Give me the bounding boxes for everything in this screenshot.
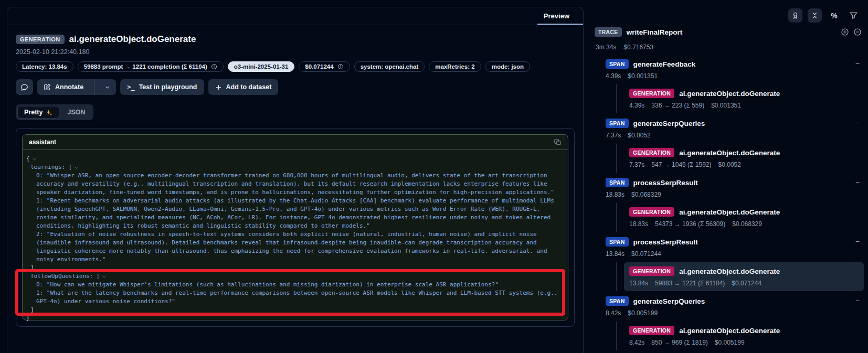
minus-icon[interactable]: −: [855, 238, 860, 244]
span-type-badge: SPAN: [606, 178, 629, 187]
trace-cost: $0.716753: [623, 44, 653, 51]
test-in-playground-button[interactable]: >_ Test in playground: [120, 79, 204, 95]
span-tree-item[interactable]: SPANgenerateSerpQueries−: [606, 350, 868, 353]
generation-row[interactable]: GENERATIONai.generateObject.doGenerate: [629, 326, 859, 335]
generation-duration: 7.37s: [629, 161, 644, 168]
collapse-all-icon[interactable]: [853, 28, 862, 36]
generation-name: ai.generateObject.doGenerate: [679, 149, 780, 157]
span-tree-item[interactable]: SPANgenerateSerpQueries−7.37s$0.0052GENE…: [606, 113, 868, 173]
span-stats: 7.37s$0.0052: [606, 132, 868, 139]
span-row[interactable]: SPANprocessSerpResult: [606, 237, 868, 247]
scores-toggle-button[interactable]: [788, 8, 802, 23]
show-metrics-button[interactable]: %: [827, 8, 841, 23]
json-output-content: {learnings: [0: "Whisper ASR, an open-so…: [23, 150, 568, 328]
span-stats: 4.39s$0.001351: [606, 72, 868, 80]
generation-row[interactable]: GENERATIONai.generateObject.doGenerate: [629, 207, 859, 217]
expand-all-icon[interactable]: [841, 28, 849, 36]
metadata-pill[interactable]: 59883 prompt → 1221 completion (Σ 61104): [78, 61, 224, 72]
plus-icon: [215, 84, 222, 91]
generation-type-badge: GENERATION: [629, 207, 674, 217]
code-line: 0: "How can we mitigate Whisper's limita…: [26, 281, 560, 289]
minus-icon[interactable]: −: [855, 60, 860, 67]
generation-tree-item[interactable]: GENERATIONai.generateObject.doGenerate18…: [624, 203, 864, 232]
generation-tree-item[interactable]: GENERATIONai.generateObject.doGenerate4.…: [624, 84, 864, 113]
generation-cost: $0.071244: [732, 280, 761, 287]
metadata-pill[interactable]: $0.071244: [299, 61, 350, 72]
generation-duration: 4.39s: [629, 102, 644, 109]
generation-row[interactable]: GENERATIONai.generateObject.doGenerate: [629, 266, 859, 276]
span-cost: $0.071244: [631, 250, 661, 258]
span-row[interactable]: SPANgenerateSerpQueries: [606, 119, 868, 128]
filter-button[interactable]: [846, 8, 861, 23]
minus-icon[interactable]: −: [855, 120, 860, 126]
generation-row[interactable]: GENERATIONai.generateObject.doGenerate: [629, 148, 859, 157]
code-line: }: [26, 314, 560, 323]
span-duration: 8.42s: [606, 309, 621, 317]
span-name: processSerpResult: [633, 238, 698, 246]
tab-pretty[interactable]: Pretty: [17, 106, 59, 119]
span-duration: 7.37s: [606, 132, 621, 139]
page-title: ai.generateObject.doGenerate: [69, 34, 196, 45]
collapse-chevron-icon[interactable]: [33, 157, 36, 161]
generation-cost: $0.001351: [711, 102, 741, 109]
observation-timestamp: 2025-02-10 21:22:40.180: [16, 48, 575, 56]
span-tree-item[interactable]: SPANprocessSerpResult−18.83s$0.068329GEN…: [606, 173, 868, 232]
tab-preview[interactable]: Preview: [532, 7, 583, 25]
minus-icon[interactable]: −: [855, 297, 860, 304]
generation-duration: 13.84s: [629, 280, 648, 287]
pill-label: system: openai.chat: [361, 63, 419, 70]
trace-name: writeFinalReport: [627, 28, 683, 36]
copy-icon[interactable]: [554, 138, 562, 146]
generation-tokens: 336 → 223 (Σ 559): [651, 102, 704, 109]
span-tree-item[interactable]: SPANgenerateFeedback−4.39s$0.001351GENER…: [606, 54, 868, 113]
add-to-dataset-button[interactable]: Add to dataset: [208, 79, 279, 95]
info-icon[interactable]: [337, 63, 344, 70]
info-icon[interactable]: [211, 63, 217, 70]
annotate-dropdown-button[interactable]: [99, 79, 116, 95]
generation-duration: 8.42s: [629, 339, 644, 346]
span-row[interactable]: SPANgenerateSerpQueries: [606, 296, 868, 306]
tab-json[interactable]: JSON: [60, 106, 92, 119]
panel-tab-row: Preview: [7, 7, 583, 25]
pill-label: Latency: 13.84s: [22, 63, 67, 70]
pill-label: o3-mini-2025-01-31: [234, 63, 289, 70]
generation-tree-item[interactable]: GENERATIONai.generateObject.doGenerate8.…: [624, 322, 864, 350]
collapse-chevron-icon[interactable]: [75, 165, 78, 169]
json-label: JSON: [67, 109, 85, 116]
span-row[interactable]: SPANgenerateFeedback: [606, 59, 868, 69]
collapse-chevron-icon[interactable]: [102, 274, 106, 278]
span-cost: $0.0052: [628, 132, 650, 139]
metadata-pill-row: Latency: 13.84s59883 prompt → 1221 compl…: [16, 61, 575, 72]
span-name: processSerpResult: [633, 179, 698, 187]
collapse-tree-button[interactable]: [808, 8, 822, 23]
generation-tree-item[interactable]: GENERATIONai.generateObject.doGenerate7.…: [624, 144, 864, 173]
span-row[interactable]: SPANprocessSerpResult: [606, 178, 868, 187]
span-name: generateSerpQueries: [633, 297, 705, 305]
generation-stats: 8.42s850 → 969 (Σ 1819)$0.005199: [629, 339, 859, 346]
action-button-row: Annotate >_ Test in playground: [16, 79, 575, 95]
span-tree-item[interactable]: SPANprocessSerpResult−13.84s$0.071244GEN…: [606, 232, 868, 291]
fold-vertical-icon: [811, 12, 819, 19]
code-line: 0: "Whisper ASR, an open-source encoder-…: [26, 172, 560, 197]
annotate-button[interactable]: Annotate: [37, 79, 90, 95]
generation-stats: 7.37s547 → 1045 (Σ 1592)$0.0052: [629, 161, 859, 168]
code-line: {: [26, 155, 560, 163]
span-type-badge: SPAN: [606, 296, 629, 306]
span-tree-item[interactable]: SPANgenerateSerpQueries−8.42s$0.005199GE…: [606, 291, 868, 350]
generation-tree-item-selected[interactable]: GENERATIONai.generateObject.doGenerate13…: [624, 262, 864, 291]
span-children: GENERATIONai.generateObject.doGenerate8.…: [616, 322, 868, 350]
sparkles-icon: [46, 109, 52, 116]
code-line: ]: [26, 306, 560, 314]
generation-name: ai.generateObject.doGenerate: [679, 90, 780, 98]
model-pill[interactable]: o3-mini-2025-01-31: [228, 61, 295, 72]
trace-root-row[interactable]: TRACE writeFinalReport: [595, 27, 862, 37]
code-line: 1: "What are the latency benchmarks and …: [26, 289, 560, 306]
generation-duration: 18.83s: [629, 220, 648, 228]
minus-icon[interactable]: −: [855, 179, 860, 185]
generation-row[interactable]: GENERATIONai.generateObject.doGenerate: [629, 89, 859, 98]
trace-actions: [841, 28, 862, 36]
filter-icon: [850, 12, 858, 19]
trace-stats: 3m 34s $0.716753: [596, 44, 653, 51]
comment-button[interactable]: [16, 79, 33, 95]
trace-type-badge: TRACE: [595, 27, 622, 37]
